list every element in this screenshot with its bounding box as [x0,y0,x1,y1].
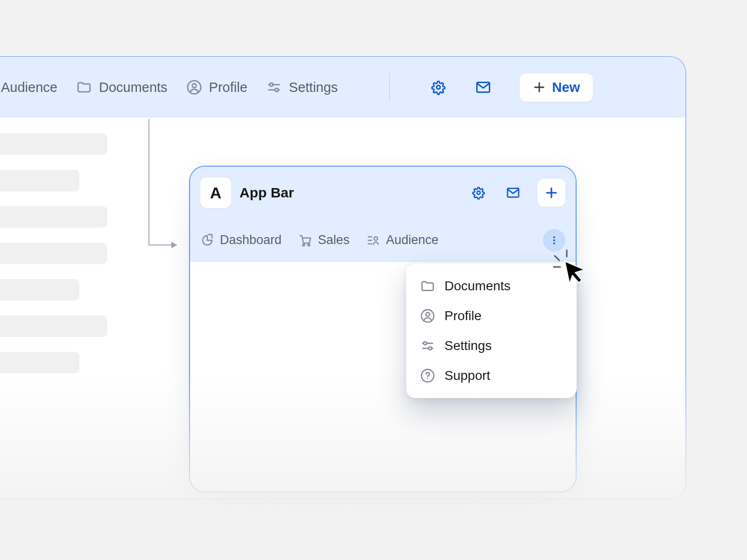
tab-sales[interactable]: Sales [298,233,350,247]
mail-icon[interactable] [475,79,492,96]
overflow-menu-button[interactable] [543,229,565,252]
mail-icon[interactable] [506,185,521,200]
svg-point-22 [553,236,555,238]
app-logo-letter: A [210,184,222,202]
settings-gear-icon[interactable] [471,185,486,200]
svg-point-26 [426,313,430,316]
skeleton-row [0,133,107,155]
dropdown-item-label: Support [444,368,490,383]
new-button[interactable]: New [520,73,593,102]
dropdown-item-label: Profile [444,308,481,323]
nav-profile[interactable]: Profile [186,79,247,95]
user-circle-icon [186,79,202,95]
back-header: Audience Documents Profile Settings [0,57,685,118]
svg-point-21 [374,237,378,240]
user-circle-icon [420,308,435,323]
skeleton-row [0,279,79,301]
svg-point-24 [553,242,555,244]
skeleton-list [0,133,107,373]
dropdown-item-label: Documents [444,279,511,294]
svg-point-23 [553,239,555,241]
dropdown-item-label: Settings [444,338,492,353]
tab-audience[interactable]: Audience [366,233,439,247]
nav-audience[interactable]: Audience [1,80,57,95]
tab-dashboard[interactable]: Dashboard [200,233,282,247]
dropdown-item-settings[interactable]: Settings [406,331,577,361]
svg-point-12 [477,191,480,195]
nav-documents[interactable]: Documents [76,79,168,95]
help-circle-icon [420,368,435,383]
sliders-icon [420,338,435,353]
dropdown-item-support[interactable]: Support [406,361,577,391]
skeleton-row [0,206,107,228]
front-toolbar: A App Bar [190,167,576,219]
dropdown-item-documents[interactable]: Documents [406,271,577,301]
skeleton-row [0,352,79,373]
nav-audience-label: Audience [1,80,57,95]
svg-point-16 [303,244,304,246]
nav-settings[interactable]: Settings [266,79,338,95]
front-tabbar: Dashboard Sales Audience [190,219,576,262]
svg-point-1 [192,84,196,88]
sliders-icon [266,79,282,95]
app-title: App Bar [240,185,294,201]
skeleton-row [0,243,107,264]
svg-point-8 [437,85,440,89]
tab-dashboard-label: Dashboard [220,233,282,247]
skeleton-row [0,315,107,337]
cart-icon [298,233,312,247]
folder-icon [76,79,92,95]
dots-vertical-icon [549,235,560,246]
nav-documents-label: Documents [99,80,168,95]
app-logo[interactable]: A [200,177,231,208]
header-divider [389,73,390,101]
nav-settings-label: Settings [289,80,338,95]
pie-chart-icon [200,233,214,247]
folder-icon [420,279,435,294]
svg-point-34 [427,378,429,379]
new-button-label: New [552,80,580,95]
nav-profile-label: Profile [209,80,247,95]
tab-audience-label: Audience [386,233,439,247]
audience-icon [366,233,381,247]
new-button[interactable] [537,179,565,207]
skeleton-row [0,170,79,191]
overflow-dropdown: Documents Profile Settings Support [406,264,577,398]
dropdown-item-profile[interactable]: Profile [406,301,577,331]
settings-gear-icon[interactable] [430,79,447,96]
tab-sales-label: Sales [318,233,350,247]
svg-point-17 [308,244,310,246]
plus-icon [533,81,546,94]
